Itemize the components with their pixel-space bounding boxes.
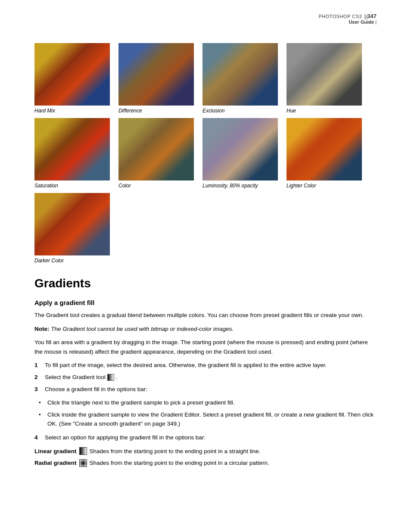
image-lighter-color (286, 118, 362, 180)
radial-gradient-row: Radial gradient Shades from the starting… (34, 458, 377, 468)
image-darker-color (34, 193, 110, 255)
image-hard-mix (34, 43, 110, 106)
bullet-2: Click inside the gradient sample to view… (34, 410, 377, 429)
image-item-luminosity: Luminosity, 80% opacity (202, 118, 278, 189)
image-exclusion (202, 43, 278, 106)
note-bold-label: Note: (34, 326, 50, 332)
bullets-list: Click the triangle next to the gradient … (34, 398, 377, 429)
step-4-text: Select an option for applying the gradie… (45, 433, 206, 442)
image-difference (118, 43, 194, 106)
radial-gradient-description: Shades from the starting point to the en… (90, 458, 269, 468)
step-2: 2 Select the Gradient tool . (34, 373, 377, 382)
step-3-text: Choose a gradient fill in the options ba… (45, 385, 147, 394)
step-1-number: 1 (34, 361, 41, 370)
caption-exclusion: Exclusion (202, 108, 224, 114)
images-row-2: Saturation Color Luminosity, 80% opacity… (34, 118, 377, 189)
bullet-1: Click the triangle next to the gradient … (34, 398, 377, 408)
user-guide-label: User Guide (349, 19, 374, 25)
step-2-number: 2 (34, 373, 41, 382)
product-name: PHOTOSHOP CS3 (318, 14, 362, 19)
gradients-section: Gradients Apply a gradient fill The Grad… (34, 277, 377, 468)
caption-saturation: Saturation (34, 183, 58, 189)
step-2-text: Select the Gradient tool . (45, 373, 117, 382)
image-item-difference: Difference (118, 43, 194, 114)
caption-hard-mix: Hard Mix (34, 108, 55, 114)
steps-list: 1 To fill part of the image, select the … (34, 361, 377, 394)
radial-gradient-icon (79, 459, 87, 467)
step-3: 3 Choose a gradient fill in the options … (34, 385, 377, 394)
note-paragraph: Note: The Gradient tool cannot be used w… (34, 324, 377, 334)
images-row-1: Hard Mix Difference Exclusion Hue (34, 43, 377, 114)
images-section: Hard Mix Difference Exclusion Hue Satura… (34, 43, 377, 264)
note-italic-text: The Gradient tool cannot be used with bi… (51, 326, 234, 332)
radial-gradient-label: Radial gradient (34, 458, 77, 468)
linear-gradient-description: Shades from the starting point to the en… (90, 447, 261, 456)
caption-hue: Hue (286, 108, 296, 114)
step-4-number: 4 (34, 433, 41, 442)
page-header: PHOTOSHOP CS3 | 347 User Guide | (318, 13, 377, 25)
caption-lighter-color: Lighter Color (286, 183, 316, 189)
intro-paragraph: The Gradient tool creates a gradual blen… (34, 311, 377, 320)
step-1: 1 To fill part of the image, select the … (34, 361, 377, 370)
caption-difference: Difference (118, 108, 142, 114)
linear-gradient-icon (79, 447, 87, 455)
image-item-darker-color: Darker Color (34, 193, 110, 264)
image-item-lighter-color: Lighter Color (286, 118, 362, 189)
description-paragraph: You fill an area with a gradient by drag… (34, 338, 377, 356)
page: PHOTOSHOP CS3 | 347 User Guide | Hard Mi… (0, 0, 411, 532)
image-item-color: Color (118, 118, 194, 189)
step-1-text: To fill part of the image, select the de… (45, 361, 327, 370)
bullet-1-text: Click the triangle next to the gradient … (47, 398, 234, 408)
step-3-number: 3 (34, 385, 41, 394)
images-row-3: Darker Color (34, 193, 377, 264)
subsection-title: Apply a gradient fill (34, 299, 377, 306)
image-item-hard-mix: Hard Mix (34, 43, 110, 114)
caption-color: Color (118, 183, 131, 189)
header-rule-icon: | (375, 19, 377, 25)
step-4: 4 Select an option for applying the grad… (34, 433, 377, 442)
linear-gradient-row: Linear gradient Shades from the starting… (34, 447, 377, 456)
gradient-tool-icon (107, 374, 114, 381)
image-item-hue: Hue (286, 43, 362, 114)
image-hue (286, 43, 362, 106)
caption-darker-color: Darker Color (34, 258, 64, 264)
image-item-saturation: Saturation (34, 118, 110, 189)
image-luminosity (202, 118, 278, 180)
image-color (118, 118, 194, 180)
linear-gradient-label: Linear gradient (34, 447, 77, 456)
image-item-exclusion: Exclusion (202, 43, 278, 114)
section-title: Gradients (34, 277, 377, 290)
caption-luminosity: Luminosity, 80% opacity (202, 183, 258, 189)
step-4-list: 4 Select an option for applying the grad… (34, 433, 377, 442)
header-divider: | (365, 14, 365, 19)
page-number: 347 (367, 13, 377, 19)
bullet-2-text: Click inside the gradient sample to view… (47, 410, 377, 429)
image-saturation (34, 118, 110, 180)
